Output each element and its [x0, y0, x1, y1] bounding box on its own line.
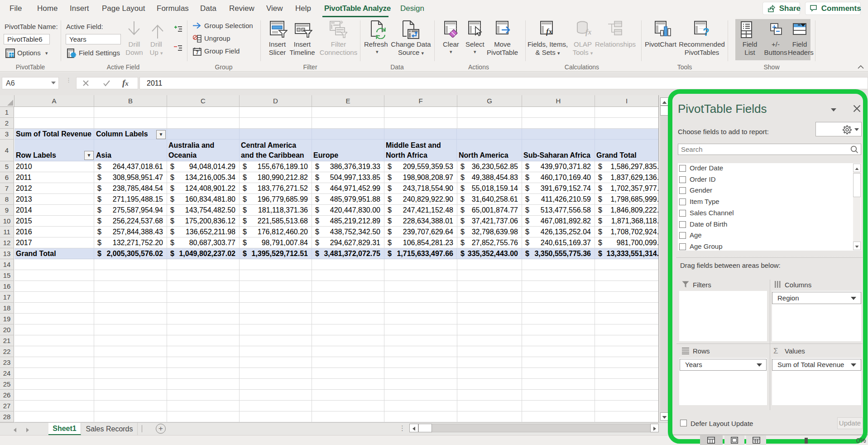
svg-text:7: 7 — [196, 50, 199, 55]
svg-text:?: ? — [703, 26, 710, 38]
svg-text:fx: fx — [585, 28, 591, 36]
svg-text:fx: fx — [546, 27, 553, 36]
